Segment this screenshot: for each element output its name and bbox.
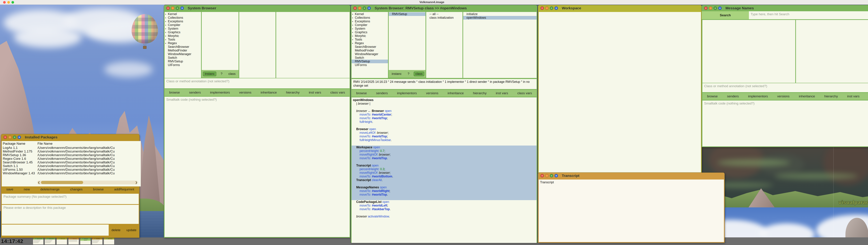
list-item[interactable]: ▸Exceptions	[164, 20, 201, 23]
expand-arrow-icon[interactable]: ▸	[351, 23, 355, 27]
class-vars-button[interactable]: class vars	[330, 91, 345, 95]
search-button[interactable]: Search	[702, 11, 749, 19]
menu-icon[interactable]: ▾	[180, 6, 184, 10]
list-item[interactable]: ▸Compiler	[351, 23, 388, 27]
close-icon[interactable]: ×	[540, 174, 544, 177]
expand-icon[interactable]: +	[176, 6, 179, 10]
taskbar-thumbnail[interactable]: Installed	[92, 238, 102, 244]
toggle-comment-button[interactable]: ?	[219, 72, 224, 76]
horizontal-scrollbar[interactable]: ❮ ❯	[37, 180, 138, 184]
browse-button[interactable]: browse	[169, 91, 180, 95]
expand-arrow-icon[interactable]: ▸	[351, 12, 355, 16]
package-name-cell[interactable]: RMVSetup 1.36	[3, 153, 37, 157]
message-list[interactable]	[276, 12, 350, 78]
expand-icon[interactable]: +	[363, 6, 366, 10]
message-list[interactable]: initializeopenWindows	[463, 12, 536, 78]
protocol-list[interactable]	[239, 12, 276, 78]
list-item[interactable]: ▸Kernel	[164, 12, 201, 16]
mac-close-button[interactable]	[3, 1, 6, 4]
list-item[interactable]: WindowManager	[351, 52, 388, 56]
package-name-cell[interactable]: SearchBrowser 1.45	[3, 161, 37, 164]
scrollbar-thumb[interactable]	[41, 181, 83, 184]
browse-button[interactable]: browse	[707, 95, 718, 98]
scroll-right-icon[interactable]: ❯	[134, 181, 138, 184]
message-names-titlebar[interactable]: ×−+▾ Message Names	[702, 5, 868, 11]
list-item[interactable]: MethodFinder	[351, 49, 388, 52]
package-description-pane[interactable]: Please enter a description for this pack…	[2, 205, 139, 224]
package-file-cell[interactable]: /Users/volkmannm/Documents/dev/lang/smal…	[37, 171, 140, 175]
list-item[interactable]: ▸Compiler	[164, 23, 201, 27]
expand-arrow-icon[interactable]: ▸	[164, 16, 168, 20]
taskbar-thumbnail[interactable]: Workspac	[104, 238, 114, 244]
browse-button[interactable]: browse	[356, 91, 367, 95]
class-vars-button[interactable]: class vars	[517, 91, 532, 95]
expand-arrow-icon[interactable]: ▸	[164, 41, 168, 45]
inheritance-button[interactable]: inheritance	[260, 91, 277, 95]
implementors-button[interactable]: implementors	[748, 95, 768, 98]
package-file-cell[interactable]: /Users/volkmannm/Documents/dev/lang/smal…	[37, 149, 140, 153]
toggle-class-button[interactable]: class	[227, 72, 237, 76]
package-name-cell[interactable]: WindowManager 1.43	[3, 171, 37, 175]
package-name-cell[interactable]: MethodFinder 1.175	[3, 149, 37, 153]
inst-vars-button[interactable]: inst vars	[847, 95, 860, 98]
list-item[interactable]: ▸System	[351, 27, 388, 31]
minimize-icon[interactable]: −	[545, 6, 549, 10]
list-item[interactable]: initialize	[463, 12, 536, 16]
list-item[interactable]: ▸Collections	[351, 16, 388, 20]
list-item[interactable]: ▸Tools	[351, 38, 388, 41]
update-button[interactable]: update	[126, 228, 136, 232]
minimize-icon[interactable]: −	[171, 6, 175, 10]
list-item[interactable]: Switch	[351, 56, 388, 60]
scrollbar-track[interactable]	[41, 180, 134, 184]
expand-arrow-icon[interactable]: ▸	[164, 38, 168, 41]
expand-icon[interactable]: +	[550, 174, 553, 177]
expand-arrow-icon[interactable]: ▸	[351, 20, 355, 23]
hierarchy-button[interactable]: hierarchy	[824, 95, 838, 98]
list-item[interactable]: SearchBrowser	[164, 45, 201, 49]
taskbar-thumbnail[interactable]: Workspac	[57, 238, 67, 244]
package-name-cell[interactable]: LogAs 1.1	[3, 146, 37, 149]
expand-arrow-icon[interactable]: ▸	[351, 16, 355, 20]
versions-button[interactable]: versions	[239, 91, 251, 95]
list-item[interactable]: ▸Collections	[164, 16, 201, 20]
list-item[interactable]: ▸Morphic	[351, 34, 388, 38]
toggle-comment-button[interactable]: ?	[406, 72, 411, 76]
toggle-instanc-button[interactable]: instanc	[203, 72, 216, 76]
package-file-cell[interactable]: /Users/volkmannm/Documents/dev/lang/smal…	[37, 168, 140, 171]
scroll-left-icon[interactable]: ❮	[37, 181, 41, 184]
taskbar-thumbnail[interactable]: System Br	[45, 238, 55, 244]
expand-icon[interactable]: +	[713, 6, 717, 10]
expand-icon[interactable]: +	[550, 6, 553, 10]
taskbar-thumbnail[interactable]: System Br	[33, 238, 43, 244]
expand-arrow-icon[interactable]: ▸	[164, 34, 168, 38]
list-item[interactable]: RMVSetup	[351, 60, 388, 63]
mac-zoom-button[interactable]	[11, 1, 14, 4]
menu-icon[interactable]: ▾	[555, 6, 558, 10]
code-pane[interactable]: openWindows| browser | browser ← Browser…	[351, 97, 536, 243]
expand-arrow-icon[interactable]: ▸	[351, 41, 355, 45]
menu-icon[interactable]: ▾	[555, 174, 558, 177]
new-button[interactable]: new	[24, 187, 30, 191]
expand-icon[interactable]: +	[13, 136, 16, 139]
transcript-titlebar[interactable]: ×−+▾ Transcript	[538, 173, 724, 179]
package-file-cell[interactable]: /Users/volkmannm/Documents/dev/lang/smal…	[37, 146, 140, 149]
close-icon[interactable]: ×	[353, 6, 357, 10]
minimize-icon[interactable]: −	[545, 174, 549, 177]
selector-list[interactable]	[702, 20, 795, 83]
class-list[interactable]: RMVSetup	[389, 12, 426, 70]
expand-arrow-icon[interactable]: ▸	[351, 38, 355, 41]
expand-arrow-icon[interactable]: ▸	[164, 12, 168, 16]
search-input[interactable]: Type here, then hit Search	[749, 11, 868, 19]
list-item[interactable]: ▸Regex	[164, 41, 201, 45]
list-item[interactable]: -- all --	[426, 12, 462, 16]
list-item[interactable]: ▸Graphics	[351, 31, 388, 34]
close-icon[interactable]: ×	[166, 6, 170, 10]
list-item[interactable]: SearchBrowser	[351, 45, 388, 49]
expand-arrow-icon[interactable]: ▸	[164, 31, 168, 34]
package-name-cell[interactable]: Regex-Core 1.6	[3, 157, 37, 161]
system-browser-2-titlebar[interactable]: ×−+▾ System Browser: RMVSetup class >> #…	[351, 5, 537, 11]
inheritance-button[interactable]: inheritance	[447, 91, 464, 95]
minimize-icon[interactable]: −	[8, 136, 12, 139]
list-item[interactable]: ▸Morphic	[164, 34, 201, 38]
minimize-icon[interactable]: −	[709, 6, 712, 10]
